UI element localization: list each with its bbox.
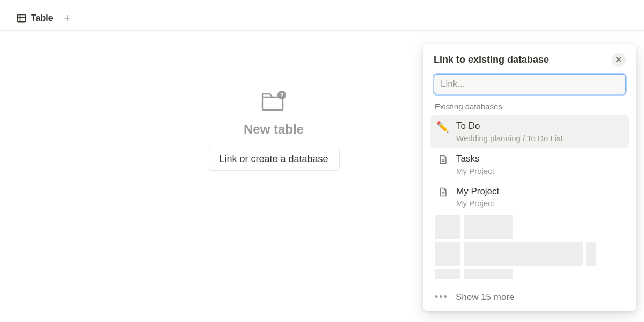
view-tabs-row: Table +	[0, 6, 644, 31]
tab-label: Table	[31, 13, 53, 23]
popover-title: Link to existing database	[434, 54, 549, 65]
database-item-todo[interactable]: ✏️ To Do Wedding planning / To Do List	[430, 115, 629, 148]
database-item-myproject[interactable]: My Project My Project	[430, 181, 629, 214]
placeholder-items	[430, 213, 629, 284]
link-or-create-button[interactable]: Link or create a database	[208, 148, 339, 171]
close-button[interactable]	[612, 53, 626, 67]
database-item-tasks[interactable]: Tasks My Project	[430, 148, 629, 181]
tab-table[interactable]: Table	[15, 11, 54, 26]
db-path: My Project	[456, 197, 499, 209]
db-path: My Project	[456, 165, 494, 177]
empty-state-title: New table	[244, 122, 304, 137]
section-label: Existing databases	[430, 102, 629, 115]
svg-text:?: ?	[280, 92, 284, 98]
page-icon	[437, 153, 449, 165]
pencil-icon: ✏️	[437, 121, 449, 133]
popover-header: Link to existing database	[430, 53, 629, 67]
folder-question-icon: ?	[260, 90, 287, 112]
db-path: Wedding planning / To Do List	[456, 133, 563, 144]
show-more-label: Show 15 more	[456, 292, 515, 303]
show-more-button[interactable]: ••• Show 15 more	[430, 287, 629, 304]
table-icon	[16, 13, 27, 24]
svg-rect-0	[18, 14, 26, 21]
ellipsis-icon: •••	[435, 291, 448, 303]
db-name: My Project	[456, 185, 499, 198]
db-name: Tasks	[456, 152, 494, 165]
empty-state: ? New table Link or create a database	[64, 90, 483, 171]
link-database-popover: Link to existing database Existing datab…	[423, 44, 636, 311]
page-icon	[437, 186, 449, 198]
db-name: To Do	[456, 120, 563, 133]
close-icon	[616, 56, 622, 63]
search-input[interactable]	[434, 74, 626, 94]
add-view-button[interactable]: +	[62, 12, 73, 24]
